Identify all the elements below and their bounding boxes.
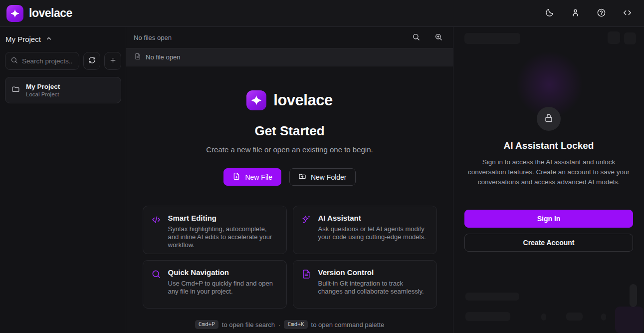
- project-selector[interactable]: My Project: [5, 33, 121, 45]
- new-file-button[interactable]: New File: [223, 168, 281, 186]
- topbar-actions: [543, 7, 637, 19]
- ghost-input: [465, 312, 510, 321]
- ghost-panel-button: [608, 31, 620, 44]
- topbar: lovelace: [0, 0, 644, 27]
- welcome-subtitle: Create a new file or open an existing on…: [206, 145, 373, 154]
- editor-header-icons: [410, 31, 444, 43]
- search-icon: [151, 269, 161, 281]
- feature-description: Syntax highlighting, autocomplete, and i…: [168, 225, 278, 249]
- ghost-control: [566, 313, 583, 321]
- add-project-button[interactable]: [104, 52, 121, 70]
- ghost-section-label: [465, 293, 519, 301]
- project-name: My Project: [26, 83, 60, 91]
- sidebar: My Project: [0, 27, 126, 333]
- help-button[interactable]: [595, 7, 607, 19]
- plus-icon: [109, 56, 117, 65]
- ghost-send-button: [615, 307, 644, 333]
- project-list-item[interactable]: My Project Local Project: [5, 77, 121, 103]
- feature-title: Quick Navigation: [168, 268, 278, 277]
- search-icon: [10, 56, 18, 66]
- chevron-up-icon: [45, 35, 52, 43]
- lock-icon: [543, 112, 554, 125]
- editor-header: No files open: [126, 27, 453, 48]
- main-layout: My Project: [0, 27, 644, 333]
- page-title: Get Started: [254, 123, 324, 139]
- project-info: My Project Local Project: [26, 83, 60, 97]
- locked-title: AI Assistant Locked: [453, 140, 644, 151]
- editor-panel: No files open: [126, 27, 453, 333]
- folder-icon: [11, 85, 20, 95]
- welcome-actions: New File New Folder: [223, 168, 355, 186]
- zoom-in-button[interactable]: [432, 31, 444, 43]
- feature-card-ai-assistant: AI Assistant Ask questions or let AI age…: [293, 206, 437, 254]
- welcome-brand: lovelace: [246, 90, 332, 110]
- user-icon: [571, 8, 580, 19]
- refresh-projects-button[interactable]: [83, 52, 100, 70]
- lovelace-logo-icon: [6, 5, 23, 22]
- file-text-icon: [301, 269, 311, 281]
- folder-plus-icon: [298, 172, 306, 182]
- sign-in-button[interactable]: Sign In: [464, 210, 633, 228]
- scrollbar-thumb[interactable]: [630, 284, 637, 307]
- welcome-brand-name: lovelace: [273, 91, 332, 109]
- hint-file-search: to open file search: [222, 321, 275, 329]
- kbd-cmd-p: Cmd+P: [195, 320, 218, 329]
- editor-status: No files open: [134, 34, 172, 41]
- feature-card-quick-navigation: Quick Navigation Use Cmd+P to quickly fi…: [143, 260, 287, 309]
- feature-title: Smart Editing: [168, 214, 278, 222]
- hint-separator: ·: [278, 321, 280, 329]
- ghost-panel-button: [624, 32, 636, 44]
- feature-card-smart-editing: Smart Editing Syntax highlighting, autoc…: [143, 206, 287, 254]
- file-icon: [134, 53, 141, 62]
- feature-title: Version Control: [318, 268, 429, 277]
- feature-card-version-control: Version Control Built-in Git integration…: [293, 260, 437, 309]
- new-folder-button[interactable]: New Folder: [289, 168, 356, 186]
- sparkles-icon: [301, 215, 311, 227]
- feature-grid: Smart Editing Syntax highlighting, autoc…: [143, 206, 437, 309]
- account-button[interactable]: [569, 7, 581, 19]
- welcome-screen: lovelace Get Started Create a new file o…: [126, 66, 453, 333]
- moon-icon: [545, 8, 554, 19]
- kbd-cmd-k: Cmd+K: [284, 320, 307, 329]
- help-icon: [597, 8, 606, 19]
- tab-bar[interactable]: No file open: [126, 48, 453, 66]
- project-search-input[interactable]: [22, 57, 74, 65]
- app-window: lovelace: [0, 0, 644, 333]
- zoom-in-icon: [434, 33, 442, 42]
- feature-description: Ask questions or let AI agents modify yo…: [318, 225, 429, 241]
- brand: lovelace: [6, 5, 72, 22]
- new-folder-label: New Folder: [311, 173, 347, 181]
- project-selector-label: My Project: [5, 35, 41, 43]
- ghost-chat-title: [464, 33, 520, 44]
- tab-label: No file open: [146, 53, 180, 61]
- lovelace-logo-icon: [246, 90, 266, 110]
- ghost-control: [601, 314, 606, 321]
- file-plus-icon: [232, 172, 240, 182]
- refresh-icon: [88, 56, 96, 65]
- new-file-label: New File: [245, 173, 272, 181]
- feature-description: Use Cmd+P to quickly find and open any f…: [168, 280, 278, 296]
- code-icon: [623, 8, 632, 19]
- ghost-control: [541, 314, 546, 321]
- project-type: Local Project: [26, 91, 60, 97]
- hint-command-palette: to open command palette: [311, 321, 385, 329]
- code-icon: [151, 215, 161, 227]
- theme-toggle-button[interactable]: [543, 7, 555, 19]
- sidebar-tools: [5, 52, 121, 70]
- create-account-button[interactable]: Create Account: [464, 234, 633, 252]
- locked-description: Sign in to access the AI assistant and u…: [466, 157, 631, 187]
- lock-badge: [537, 107, 561, 131]
- ai-assistant-panel: AI Assistant Locked Sign in to access th…: [453, 27, 644, 333]
- keyboard-hints: Cmd+P to open file search · Cmd+K to ope…: [195, 320, 385, 329]
- project-search: [5, 52, 79, 70]
- code-view-button[interactable]: [621, 7, 633, 19]
- brand-name: lovelace: [29, 6, 72, 20]
- feature-title: AI Assistant: [318, 214, 429, 222]
- search-icon: [412, 33, 420, 42]
- feature-description: Built-in Git integration to track change…: [318, 280, 429, 296]
- file-search-button[interactable]: [410, 31, 422, 43]
